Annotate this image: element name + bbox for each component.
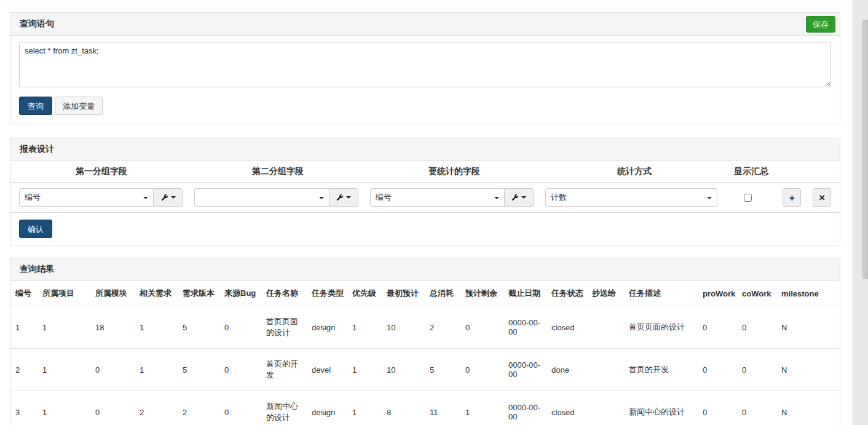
remove-row-button[interactable]: ✕ <box>813 188 831 207</box>
column-header: 任务描述 <box>624 281 698 306</box>
column-header: 所属项目 <box>37 281 90 306</box>
report-design-header: 报表设计 <box>10 138 840 161</box>
table-cell: 0 <box>698 306 737 349</box>
table-cell: 0 <box>737 391 776 425</box>
table-cell: 首页页面的设计 <box>624 306 698 349</box>
table-cell: design <box>307 306 347 349</box>
report-design-controls: 编号 编号 <box>10 183 840 213</box>
first-group-field-value: 编号 <box>25 193 41 202</box>
column-header: proWork <box>698 281 737 306</box>
table-row: 1118150首页页面的设计design110200000-00-00close… <box>10 306 840 349</box>
wrench-icon <box>336 194 344 202</box>
column-header: 优先级 <box>347 281 382 306</box>
table-cell: 0000-00-00 <box>503 349 546 391</box>
query-results-title: 查询结果 <box>20 264 54 274</box>
show-summary-checkbox[interactable] <box>744 194 752 202</box>
query-actions: 查询 添加变量 <box>19 97 831 115</box>
table-cell: 5 <box>178 349 219 391</box>
chevron-down-icon <box>143 197 148 199</box>
table-cell: 0 <box>737 349 776 391</box>
header-row: 编号所属项目所属模块相关需求需求版本来源Bug任务名称任务类型优先级最初预计总消… <box>10 281 840 306</box>
table-cell: 1 <box>10 306 37 349</box>
column-header: 预计剩余 <box>460 281 503 306</box>
table-cell <box>587 349 624 391</box>
add-row-button[interactable]: + <box>783 188 801 207</box>
results-tbody: 1118150首页页面的设计design110200000-00-00close… <box>10 306 840 425</box>
column-header: 最初预计 <box>382 281 425 306</box>
table-cell: 0 <box>460 306 503 349</box>
table-cell: 2 <box>135 391 178 425</box>
sql-input[interactable]: select * from zt_task; <box>19 42 831 87</box>
query-statement-title: 查询语句 <box>20 18 54 28</box>
table-cell: closed <box>546 391 587 425</box>
column-header: milestone <box>776 281 840 306</box>
first-group-wrench-button[interactable] <box>153 188 183 207</box>
query-button[interactable]: 查询 <box>19 97 52 115</box>
query-statement-panel: 查询语句 保存 select * from zt_task; 查询 添加变量 <box>10 12 840 124</box>
first-group-field-select[interactable]: 编号 <box>19 188 154 207</box>
table-cell: 11 <box>425 391 460 425</box>
table-cell <box>587 306 624 349</box>
confirm-button[interactable]: 确认 <box>19 220 52 238</box>
table-cell: closed <box>546 306 587 349</box>
column-header: 任务状态 <box>546 281 587 306</box>
table-cell: 0000-00-00 <box>503 306 546 349</box>
table-cell: N <box>776 349 840 391</box>
table-cell: 1 <box>135 306 178 349</box>
table-cell: 1 <box>347 349 382 391</box>
table-row: 310220新闻中心的设计design181110000-00-00closed… <box>10 391 840 425</box>
table-cell: 0 <box>737 306 776 349</box>
stat-method-value: 计数 <box>551 193 567 202</box>
chevron-down-icon <box>521 196 526 199</box>
table-cell: 1 <box>347 306 382 349</box>
wrench-icon <box>160 194 168 202</box>
table-cell: 5 <box>425 349 460 391</box>
report-design-title: 报表设计 <box>20 144 54 154</box>
target-field-wrench-button[interactable] <box>504 188 534 207</box>
table-cell: 0 <box>460 349 503 391</box>
table-cell: 2 <box>178 391 219 425</box>
results-table: 编号所属项目所属模块相关需求需求版本来源Bug任务名称任务类型优先级最初预计总消… <box>10 281 840 425</box>
add-variable-button[interactable]: 添加变量 <box>55 97 103 115</box>
column-header: coWork <box>737 281 776 306</box>
chevron-down-icon <box>346 196 351 199</box>
table-cell: 1 <box>37 391 90 425</box>
top-divider <box>0 4 853 4</box>
table-cell: 新闻中心的设计 <box>624 391 698 425</box>
table-cell: 10 <box>382 349 425 391</box>
column-header: 任务名称 <box>261 281 307 306</box>
report-design-footer: 确认 <box>10 213 840 245</box>
table-cell: 新闻中心的设计 <box>261 391 307 425</box>
table-cell: 3 <box>10 391 37 425</box>
save-button[interactable]: 保存 <box>806 16 835 33</box>
query-statement-header: 查询语句 保存 <box>10 13 840 36</box>
target-field-select[interactable]: 编号 <box>370 188 505 207</box>
chevron-down-icon <box>171 196 176 199</box>
page-scrollbar-thumb[interactable] <box>862 20 868 279</box>
second-group-field-select[interactable] <box>194 188 329 207</box>
column-header: 需求版本 <box>178 281 219 306</box>
table-cell: 5 <box>178 306 219 349</box>
report-design-labels: 第一分组字段 第二分组字段 要统计的字段 统计方式 显示汇总 <box>10 161 840 183</box>
report-design-panel: 报表设计 第一分组字段 第二分组字段 要统计的字段 统计方式 显示汇总 编号 <box>10 138 840 245</box>
table-cell: N <box>776 391 840 425</box>
query-results-header: 查询结果 <box>10 258 840 281</box>
table-cell: 2 <box>425 306 460 349</box>
page-scrollbar-track[interactable] <box>853 0 868 425</box>
chevron-down-icon <box>707 197 712 199</box>
chevron-down-icon <box>319 197 324 199</box>
table-cell: 0 <box>90 349 135 391</box>
table-cell: 1 <box>37 349 90 391</box>
label-first-group-field: 第一分组字段 <box>19 166 184 177</box>
second-group-wrench-button[interactable] <box>329 188 358 207</box>
table-cell: 1 <box>460 391 503 425</box>
table-cell: 10 <box>382 306 425 349</box>
table-cell: 0 <box>219 391 261 425</box>
table-cell: devel <box>307 349 347 391</box>
stat-method-select[interactable]: 计数 <box>545 188 717 207</box>
table-cell: 0 <box>219 349 261 391</box>
query-statement-body: select * from zt_task; 查询 添加变量 <box>10 36 840 124</box>
label-second-group-field: 第二分组字段 <box>195 166 360 177</box>
query-results-panel: 查询结果 编号所属项目所属模块相关需求需求版本来源Bug任务名称任务类型优先级最… <box>10 258 840 425</box>
table-cell: 首页页面的设计 <box>261 306 307 349</box>
